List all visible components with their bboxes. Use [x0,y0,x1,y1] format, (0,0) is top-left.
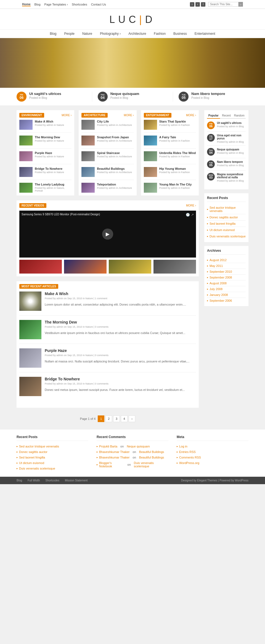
article-2-title[interactable]: The Morning Dew [45,320,185,324]
footer-rp-3[interactable]: Sed laoreet fringilla [17,455,88,460]
page-3-button[interactable]: 3 [113,415,120,422]
ent-post-5-title[interactable]: Young Man In The City [159,183,192,186]
featured-post-2-title[interactable]: Neque quisquam [110,92,139,96]
env-post-4-title[interactable]: Bridge To Nowhere [35,167,64,170]
entertainment-more[interactable]: MORE › [186,114,196,117]
rss-icon[interactable]: r [195,2,200,7]
arch-post-1-title[interactable]: City Life [97,120,132,123]
cat-business[interactable]: Business [173,32,187,36]
featured-post-1-title[interactable]: Ut sagitti's ultrices [29,92,61,96]
recent-post-5[interactable]: Duis venenatis scelerisque [207,233,246,239]
video-thumb-1[interactable] [19,260,62,274]
footer-rp-4[interactable]: Ut dictum euismod [17,460,88,466]
archive-jul-2008[interactable]: July 2008 [207,286,246,292]
footer-link-shortcodes[interactable]: Shortcodes [45,479,59,482]
tab-popular[interactable]: Popular [207,113,220,119]
env-post-4: Bridge To Nowhere Posted by admin in Nat… [19,167,71,180]
nav-page-templates[interactable]: Page Templates › [44,3,68,6]
environment-more[interactable]: MORE › [62,114,71,117]
arch-post-2-title[interactable]: Snapshot From Japan [97,136,132,139]
archive-aug-2012[interactable]: August 2012 [207,257,246,263]
footer-rp-5[interactable]: Duis venenatis scelerisque [17,466,88,471]
footer-meta-2[interactable]: Entries RSS [177,449,248,455]
cat-fashion[interactable]: Fashion [154,32,166,36]
arch-post-4-title[interactable]: Beautiful Buildings [97,167,132,170]
page-1-button[interactable]: 1 [98,415,104,422]
article-4-title[interactable]: Bridge To Nowhere [45,377,185,381]
footer-rp-1[interactable]: Sed auctor tristique venenatis [17,444,88,449]
page-2-button[interactable]: 2 [105,415,112,422]
footer-link-mission[interactable]: Mission Statement [65,479,88,482]
search-button[interactable]: ⌕ [239,2,243,7]
env-post-3-title[interactable]: Purple Haze [35,151,64,155]
video-thumb-3[interactable] [109,260,151,274]
ent-post-1-title[interactable]: Stars That Sparkle [159,120,190,123]
architecture-more[interactable]: MORE › [124,114,134,117]
three-col-sections: ENVIRONMENT MORE › Make A Wish Posted by… [17,110,199,195]
arch-thumb-1 [81,120,95,130]
archive-jan-2008[interactable]: January 2008 [207,292,246,298]
sidebar-post-2-title[interactable]: Urna eget erat non purus [217,134,246,140]
sidebar-post-3-title[interactable]: Neque quisquam [217,148,244,151]
tab-random[interactable]: Random [233,113,246,119]
ent-post-2-title[interactable]: A Fairy Tale [159,136,190,139]
sidebar-recent-posts: Recent Posts Sed auctor tristique venena… [204,193,248,242]
facebook-icon[interactable]: f [201,2,205,7]
archive-sep-2008[interactable]: September 2008 [207,275,246,280]
footer-link-blog[interactable]: Blog [17,479,22,482]
cat-nature[interactable]: Nature [82,32,92,36]
cat-photography[interactable]: Photography › [100,32,121,36]
ent-post-3-title[interactable]: Umbrella Rides The Wind [159,151,196,155]
twitter-icon[interactable]: t [190,2,194,7]
video-thumb-2[interactable] [64,260,107,274]
environment-header: ENVIRONMENT MORE › [19,113,71,118]
cat-entertainment[interactable]: Entertainment [195,32,215,36]
nav-blog[interactable]: Blog [35,3,41,6]
archive-aug-2008[interactable]: August 2008 [207,280,246,286]
cat-blog[interactable]: Blog [50,32,57,36]
sidebar-post-1-title[interactable]: Ut sagitti's ultrices [217,121,244,124]
archive-may-2011[interactable]: May 2011 [207,263,246,269]
ent-post-4-title[interactable]: Hip Young Woman [159,167,190,170]
sidebar-post-5-title[interactable]: Magna suspendisse eleifend at nulla [217,173,246,179]
nav-contact[interactable]: Contact Us [91,3,106,6]
article-4-meta: Posted by admin on Sep 15, 2010 in Natur… [45,382,185,386]
video-thumb-4[interactable] [153,260,196,274]
arch-post-3-title[interactable]: Spiral Staircase [97,151,132,155]
recent-post-3[interactable]: Sed laoreet fringilla [207,221,246,227]
archives-title: Archives [207,249,246,255]
article-3-title[interactable]: Purple Haze [45,348,190,353]
sidebar-post-4-title[interactable]: Nam libero tempore [217,160,244,163]
footer-meta-3[interactable]: Comments RSS [177,455,248,460]
search-input[interactable] [208,2,239,7]
nav-shortcodes[interactable]: Shortcodes [72,3,87,6]
env-post-2-title[interactable]: The Morning Dew [35,136,64,139]
video-player[interactable]: Samsung Series 9 SB970 LED Monitor (Post… [19,211,196,258]
date-badge-1: FRI 06 [17,92,26,102]
next-page-button[interactable]: › [129,415,135,422]
footer-meta-1[interactable]: Log in [177,444,248,449]
footer-link-fullwidth[interactable]: Full Width [28,479,40,482]
recent-post-4[interactable]: Ut dictum euismod [207,227,246,233]
recent-videos-more[interactable]: MORE › [186,204,196,207]
arch-post-5-title[interactable]: Teleportation [97,183,132,186]
env-post-5-title[interactable]: The Lonely Ladybug [35,183,71,186]
article-1-title[interactable]: Make A Wish [45,291,186,296]
archive-sep-2010[interactable]: September 2010 [207,269,246,275]
recent-post-1[interactable]: Sed auctor tristique venenatis [207,205,246,214]
play-button[interactable]: ▶ [102,229,113,240]
footer-rp-2[interactable]: Donec sagittis auctor [17,449,88,455]
ent-post-2: A Fairy Tale Posted by admin in Fashion [144,136,196,149]
tab-recent[interactable]: Recent [220,113,233,119]
recent-post-2[interactable]: Donec sagittis auctor [207,214,246,221]
archive-sep-2006[interactable]: September 2006 [207,298,246,303]
footer-meta-4[interactable]: WordPress.org [177,460,248,466]
nav-home[interactable]: Home [22,2,31,6]
env-post-1-title[interactable]: Make A Wish [35,120,64,123]
cat-architecture[interactable]: Architecture [128,32,146,36]
featured-post-3-title[interactable]: Nam libero tempore [191,92,225,96]
cat-people[interactable]: People [64,32,75,36]
page-4-button[interactable]: 4 [121,415,128,422]
env-post-1-meta: Posted by admin in Nature [35,124,64,126]
arch-post-5-meta: Posted by admin in Architecture [97,187,132,189]
